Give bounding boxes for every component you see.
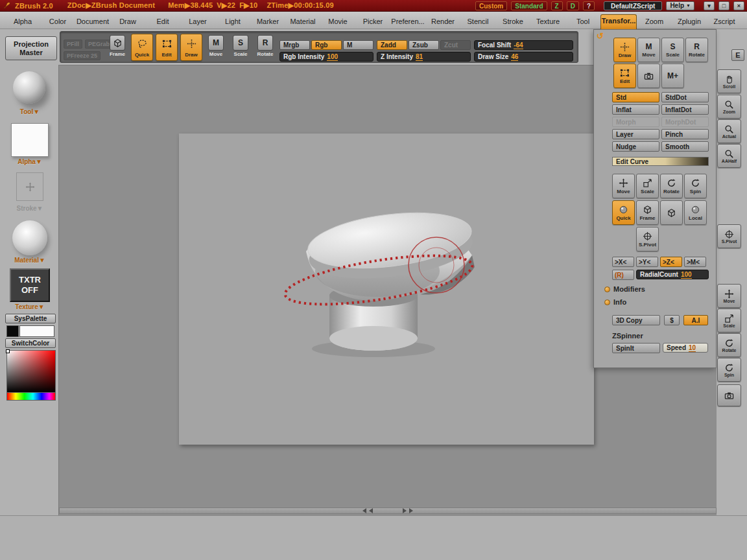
scroll-left-arrows[interactable] (362, 508, 373, 513)
menu-stencil[interactable]: Stencil (460, 16, 495, 29)
transform-rotate-button[interactable]: Rotate (660, 174, 683, 198)
strip-rotate-button[interactable]: Rotate (717, 333, 741, 357)
panel-draw-button[interactable]: Draw (613, 38, 636, 62)
edit-button[interactable]: Edit (156, 34, 178, 61)
copy-3d-button[interactable]: 3D Copy (612, 315, 660, 325)
help-question-button[interactable]: ? (583, 1, 595, 10)
aa-half-button[interactable]: AAHalf (717, 144, 741, 168)
dollar-button[interactable]: $ (664, 315, 680, 325)
palette-restore-icon[interactable]: ↺ (597, 31, 604, 41)
marker-plus-button[interactable]: M+ (661, 64, 684, 88)
set-pivot-button[interactable]: S.Pivot (636, 227, 659, 251)
strip-move-button[interactable]: Move (717, 284, 741, 308)
menu-zscript[interactable]: Zscript (707, 16, 742, 29)
menu-document[interactable]: Document (75, 16, 110, 29)
std-brush-button[interactable]: Std (612, 92, 659, 102)
mrgb-button[interactable]: Mrgb (279, 40, 310, 50)
texture-thumbnail[interactable]: TXTR OFF (10, 268, 50, 302)
menu-movie[interactable]: Movie (320, 16, 355, 29)
d-button[interactable]: D (567, 1, 579, 10)
spinit-button[interactable]: SpinIt (612, 343, 660, 353)
zoom-doc-button[interactable]: Zoom (717, 95, 741, 119)
edit-curve-widget[interactable]: Edit Curve (612, 157, 709, 166)
scale-button[interactable]: S Scale (230, 34, 252, 62)
snapshot-button[interactable] (637, 64, 660, 88)
strip-scale-button[interactable]: Scale (717, 309, 741, 332)
material-thumbnail[interactable] (12, 220, 47, 255)
modifiers-section-header[interactable]: Modifiers (604, 285, 645, 293)
default-zscript-button[interactable]: DefaultZScript (604, 1, 662, 10)
polyframe-button[interactable] (660, 200, 683, 225)
z-intensity-slider[interactable]: Z Intensity 81 (377, 52, 471, 62)
menu-texture[interactable]: Texture (530, 16, 565, 29)
rgb-intensity-slider[interactable]: Rgb Intensity 100 (279, 52, 374, 62)
axis-m-button[interactable]: >M< (684, 257, 706, 267)
panel-move-button[interactable]: M Move (637, 38, 660, 62)
menu-stroke[interactable]: Stroke (495, 16, 530, 29)
transform-spin-button[interactable]: Spin (684, 174, 707, 198)
inflat-brush-button[interactable]: Inflat (612, 104, 659, 115)
custom-interface-button[interactable]: Custom (475, 1, 507, 10)
help-button[interactable]: Help ▼ (666, 1, 694, 10)
move-button[interactable]: M Move (205, 34, 227, 62)
menu-draw[interactable]: Draw (110, 16, 145, 29)
menu-zplugin[interactable]: Zplugin (672, 16, 707, 29)
syspalette-button[interactable]: SysPalette (5, 314, 56, 323)
menu-color[interactable]: Color (40, 16, 75, 29)
menu-edit[interactable]: Edit (145, 16, 180, 29)
horizontal-scrollbar[interactable] (59, 508, 717, 514)
document-canvas[interactable] (179, 134, 594, 445)
minimize-button[interactable]: ▾ (704, 1, 715, 10)
zadd-button[interactable]: Zadd (377, 40, 407, 50)
menu-light[interactable]: Light (215, 16, 250, 29)
draw-size-slider[interactable]: Draw Size 46 (474, 52, 573, 62)
e-button[interactable]: E (731, 49, 744, 61)
panel-scale-button[interactable]: S Scale (661, 38, 684, 62)
texture-palette-label[interactable]: Texture▼ (8, 303, 52, 310)
axis-x-button[interactable]: >X< (612, 257, 634, 267)
alpha-thumbnail[interactable] (11, 123, 49, 157)
frame-button[interactable]: Frame (106, 34, 128, 62)
panel-edit-button[interactable]: Edit (613, 64, 636, 88)
smooth-brush-button[interactable]: Smooth (661, 141, 709, 152)
scroll-right-arrows[interactable] (403, 508, 413, 513)
rotate-button[interactable]: R Rotate (254, 34, 276, 62)
stddot-brush-button[interactable]: StdDot (661, 92, 709, 102)
switchcolor-button[interactable]: SwitchColor (5, 338, 56, 348)
draw-button[interactable]: Draw (180, 34, 202, 61)
frame-3d-button[interactable]: Frame (636, 200, 659, 225)
menu-render[interactable]: Render (425, 16, 460, 29)
menu-layer[interactable]: Layer (180, 16, 215, 29)
menu-zoom[interactable]: Zoom (637, 16, 672, 29)
info-section-header[interactable]: Info (604, 298, 626, 306)
transform-move-button[interactable]: Move (612, 174, 635, 198)
secondary-color-swatch[interactable] (6, 325, 19, 337)
inflatdot-brush-button[interactable]: InflatDot (661, 104, 709, 115)
pinch-brush-button[interactable]: Pinch (661, 129, 709, 139)
strip-set-pivot-button[interactable]: S.Pivot (717, 224, 741, 248)
main-color-swatch[interactable] (19, 325, 54, 337)
m-button[interactable]: M (343, 40, 374, 50)
tool-palette-label[interactable]: Tool▼ (8, 108, 52, 115)
hue-strip[interactable] (6, 393, 56, 401)
menu-alpha[interactable]: Alpha (5, 16, 40, 29)
focal-shift-slider[interactable]: Focal Shift -64 (474, 40, 573, 50)
tool-thumbnail[interactable] (13, 71, 45, 104)
local-transform-button[interactable]: Local (684, 200, 707, 225)
strip-snapshot-button[interactable] (717, 384, 741, 406)
projection-master-button[interactable]: Projection Master (5, 36, 57, 60)
menu-material[interactable]: Material (285, 16, 320, 29)
menu-picker[interactable]: Picker (355, 16, 390, 29)
zsub-button[interactable]: Zsub (409, 40, 439, 50)
nudge-brush-button[interactable]: Nudge (612, 141, 659, 152)
axis-z-button[interactable]: >Z< (660, 257, 682, 267)
transform-scale-button[interactable]: Scale (636, 174, 659, 198)
panel-rotate-button[interactable]: R Rotate (685, 38, 708, 62)
alpha-palette-label[interactable]: Alpha▼ (8, 158, 52, 165)
z-button[interactable]: Z (551, 1, 563, 10)
rgb-button[interactable]: Rgb (311, 40, 342, 50)
standard-interface-button[interactable]: Standard (511, 1, 547, 10)
restore-button[interactable]: □ (718, 1, 729, 10)
radialcount-slider[interactable]: RadialCount 100 (636, 270, 709, 279)
speed-slider[interactable]: Speed 10 (663, 343, 708, 353)
